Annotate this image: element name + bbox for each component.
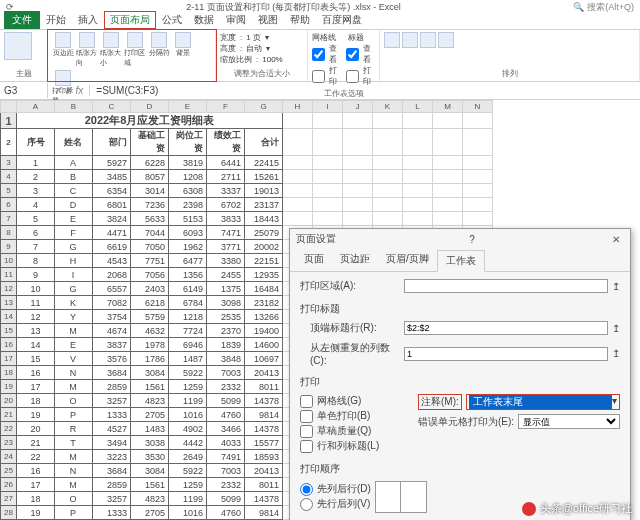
logo-icon [522,502,536,516]
order-preview [375,481,427,513]
top-rows-input[interactable] [404,321,608,335]
close-icon[interactable]: ✕ [608,234,624,245]
over-down-radio[interactable] [300,498,313,511]
comments-combo[interactable]: 工作表末尾 [469,395,612,409]
send-backward-icon[interactable] [402,32,418,48]
down-over-radio[interactable] [300,483,313,496]
tab-file[interactable]: 文件 [4,11,40,29]
watermark: 头条@office研习社 [522,501,632,516]
range-picker-icon[interactable]: ↥ [612,281,620,292]
range-picker-icon[interactable]: ↥ [612,348,620,359]
tab-page-layout[interactable]: 页面布局 [104,11,156,29]
tab-home[interactable]: 开始 [40,11,72,29]
order-section-label: 打印顺序 [300,462,620,476]
page-setup-dialog: 页面设置 ? ✕ 页面 页边距 页眉/页脚 工作表 打印区域(A):↥ 打印标题… [289,228,631,520]
comments-label: 注释(M): [418,394,462,410]
group-themes-label: 主题 [4,68,43,79]
errors-combo[interactable]: 显示值 [518,414,620,429]
gridlines-check[interactable] [300,395,313,408]
print-titles-label: 打印标题 [300,302,620,316]
rowcol-check[interactable] [300,440,313,453]
draft-check[interactable] [300,425,313,438]
tab-formulas[interactable]: 公式 [156,11,188,29]
print-area-input[interactable] [404,279,608,293]
print-section-label: 打印 [300,375,620,389]
help-icon[interactable]: ? [469,234,475,245]
bring-forward-icon[interactable] [384,32,400,48]
dialog-title: 页面设置 [296,232,336,246]
tab-view[interactable]: 视图 [252,11,284,29]
mono-check[interactable] [300,410,313,423]
left-cols-input[interactable] [404,347,608,361]
ribbon: 主题 页边距纸张方向纸张大小打印区域分隔符背景打印标题 页面设置 宽度: 1 页… [0,30,640,82]
search-box[interactable]: 🔍 搜索(Alt+Q) [573,1,634,14]
tab-margins[interactable]: 页边距 [332,249,378,271]
tab-help[interactable]: 帮助 [284,11,316,29]
themes-icon[interactable] [4,32,32,60]
tab-review[interactable]: 审阅 [220,11,252,29]
tab-sheet[interactable]: 工作表 [437,250,485,272]
tab-baidu[interactable]: 百度网盘 [316,11,368,29]
formula-bar[interactable]: =SUM(C3:F3) [90,85,640,96]
name-box[interactable]: G3 [0,83,48,98]
tab-headerfooter[interactable]: 页眉/页脚 [378,249,437,271]
tab-data[interactable]: 数据 [188,11,220,29]
tab-page[interactable]: 页面 [296,249,332,271]
selection-pane-icon[interactable] [420,32,436,48]
menu-bar: 文件 开始 插入 页面布局 公式 数据 审阅 视图 帮助 百度网盘 [0,14,640,30]
range-picker-icon[interactable]: ↥ [612,323,620,334]
fx-icon[interactable]: ✓ ✗ fx [48,85,90,96]
tab-insert[interactable]: 插入 [72,11,104,29]
